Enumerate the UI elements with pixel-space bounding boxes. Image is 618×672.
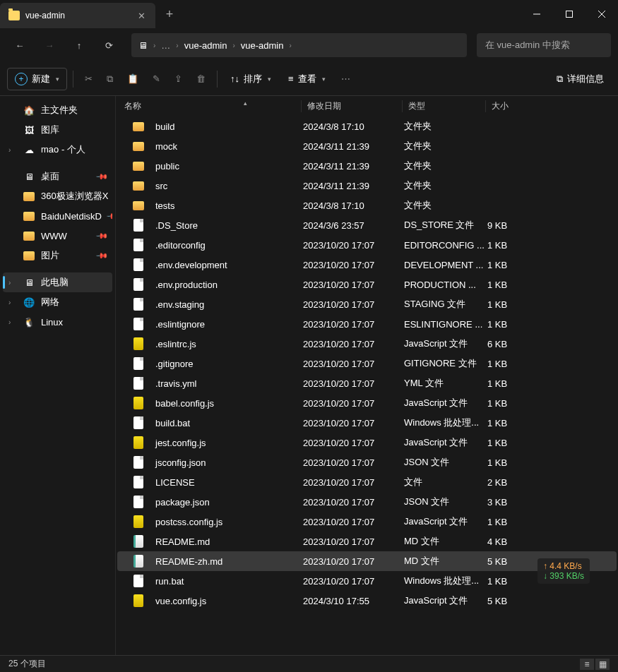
column-headers: 名称 ▴ 修改日期 类型 大小 — [116, 96, 618, 116]
file-row[interactable]: postcss.config.js 2023/10/20 17:07 JavaS… — [117, 512, 617, 532]
back-button[interactable]: ← — [7, 34, 32, 56]
view-button[interactable]: ≡ 查看 ▾ — [281, 68, 333, 90]
file-row[interactable]: run.bat 2023/10/20 17:07 Windows 批处理... … — [117, 571, 617, 591]
file-row[interactable]: .env.production 2023/10/20 17:07 PRODUCT… — [117, 275, 617, 294]
search-input[interactable]: 在 vue-admin 中搜索 — [477, 33, 611, 57]
sidebar-pinned-item[interactable]: 360极速浏览器X 📌 — [3, 186, 112, 206]
file-size: 2 KB — [487, 477, 544, 488]
gallery-icon: 🖼 — [23, 124, 35, 136]
maximize-button[interactable] — [553, 0, 586, 28]
file-name: README.md — [155, 536, 210, 547]
forward-button[interactable]: → — [37, 34, 62, 56]
file-name: vue.config.js — [155, 596, 206, 606]
file-row[interactable]: .editorconfig 2023/10/20 17:07 EDITORCON… — [117, 235, 617, 255]
breadcrumb-segment[interactable]: vue-admin — [184, 40, 227, 51]
file-row[interactable]: .gitignore 2023/10/20 17:07 GITIGNORE 文件… — [117, 354, 617, 373]
breadcrumb-segment[interactable]: vue-admin — [241, 40, 284, 51]
share-button[interactable]: ⇪ — [169, 69, 188, 88]
tab-title: vue-admin — [25, 11, 130, 20]
file-row[interactable]: jsconfig.json 2023/10/20 17:07 JSON 文件 1… — [117, 452, 617, 472]
file-name: package.json — [155, 497, 210, 508]
file-row[interactable]: .eslintignore 2023/10/20 17:07 ESLINTIGN… — [117, 314, 617, 334]
file-size: 3 KB — [487, 497, 544, 508]
sidebar: 🏠 主文件夹 🖼 图库 › ☁ mao - 个人 🖥 桌面 📌 360极速浏览器… — [0, 96, 116, 655]
file-type: JavaScript 文件 — [404, 594, 487, 607]
column-type[interactable]: 类型 — [403, 100, 486, 112]
file-row[interactable]: build 2024/3/8 17:10 文件夹 — [117, 116, 617, 136]
file-list[interactable]: 名称 ▴ 修改日期 类型 大小 build 2024/3/8 17:10 文件夹… — [116, 96, 618, 655]
file-name: .editorconfig — [155, 240, 206, 251]
file-row[interactable]: .eslintrc.js 2023/10/20 17:07 JavaScript… — [117, 334, 617, 354]
refresh-button[interactable]: ⟳ — [96, 34, 121, 56]
chevron-right-icon[interactable]: › — [8, 299, 17, 306]
rename-button[interactable]: ✎ — [147, 69, 166, 88]
details-button[interactable]: ⧉ 详细信息 — [549, 68, 611, 90]
file-row[interactable]: src 2024/3/11 21:39 文件夹 — [117, 176, 617, 196]
sidebar-system-item[interactable]: › 🌐 网络 — [3, 292, 112, 312]
new-tab-button[interactable]: + — [155, 0, 184, 28]
divider — [73, 71, 73, 88]
chevron-right-icon[interactable]: › — [8, 146, 17, 154]
column-size[interactable]: 大小 — [486, 100, 542, 112]
list-view-toggle[interactable]: ≡ — [580, 659, 594, 670]
sidebar-pinned-item[interactable]: 🖥 桌面 📌 — [3, 167, 112, 186]
file-row[interactable]: .env.staging 2023/10/20 17:07 STAGING 文件… — [117, 294, 617, 314]
chevron-right-icon: › — [153, 42, 155, 49]
chevron-right-icon[interactable]: › — [8, 279, 17, 287]
file-row[interactable]: README.md 2023/10/20 17:07 MD 文件 4 KB — [117, 532, 617, 551]
sidebar-pinned-item[interactable]: BaiduNetdiskD 📌 — [3, 206, 112, 226]
file-row[interactable]: build.bat 2023/10/20 17:07 Windows 批处理..… — [117, 413, 617, 433]
file-row[interactable]: LICENSE 2023/10/20 17:07 文件 2 KB — [117, 472, 617, 492]
sort-button[interactable]: ↑↓ 排序 ▾ — [223, 68, 278, 90]
pc-icon: 🖥 — [23, 276, 35, 289]
close-tab-button[interactable]: ✕ — [136, 11, 147, 21]
sidebar-personal[interactable]: › ☁ mao - 个人 — [3, 140, 112, 160]
file-type: 文件夹 — [404, 120, 487, 133]
file-name: .eslintrc.js — [155, 339, 196, 349]
paste-button[interactable]: 📋 — [121, 69, 144, 88]
file-row[interactable]: mock 2024/3/11 21:39 文件夹 — [117, 136, 617, 156]
file-row[interactable]: jest.config.js 2023/10/20 17:07 JavaScri… — [117, 433, 617, 452]
more-button[interactable]: ⋯ — [335, 69, 356, 88]
address-bar[interactable]: 🖥 › … › vue-admin › vue-admin › — [131, 33, 467, 57]
chevron-right-icon[interactable]: › — [8, 318, 17, 326]
file-row[interactable]: .DS_Store 2024/3/6 23:57 DS_STORE 文件 9 K… — [117, 215, 617, 235]
copy-button[interactable]: ⧉ — [101, 69, 119, 89]
file-type: JSON 文件 — [404, 456, 487, 469]
file-row[interactable]: package.json 2023/10/20 17:07 JSON 文件 3 … — [117, 492, 617, 512]
minimize-button[interactable] — [521, 0, 553, 28]
cut-button[interactable]: ✂ — [79, 69, 98, 88]
sidebar-pinned-item[interactable]: 图片 📌 — [3, 246, 112, 265]
file-size: 1 KB — [487, 438, 544, 448]
more-icon[interactable]: … — [161, 40, 170, 51]
file-type: JavaScript 文件 — [404, 436, 487, 449]
column-name[interactable]: 名称 ▴ — [119, 100, 302, 112]
file-row[interactable]: babel.config.js 2023/10/20 17:07 JavaScr… — [117, 393, 617, 413]
file-row[interactable]: vue.config.js 2024/3/10 17:55 JavaScript… — [117, 591, 617, 611]
file-row[interactable]: README-zh.md 2023/10/20 17:07 MD 文件 5 KB — [117, 551, 617, 571]
file-type: DEVELOPMENT ... — [404, 260, 487, 270]
file-row[interactable]: public 2024/3/11 21:39 文件夹 — [117, 156, 617, 176]
sidebar-gallery[interactable]: 🖼 图库 — [3, 120, 112, 140]
file-date: 2024/3/6 23:57 — [303, 220, 404, 231]
file-name: run.bat — [155, 576, 184, 587]
tab-vue-admin[interactable]: vue-admin ✕ — [0, 3, 155, 28]
file-date: 2023/10/20 17:07 — [303, 319, 404, 330]
file-row[interactable]: .travis.yml 2023/10/20 17:07 YML 文件 1 KB — [117, 373, 617, 393]
sidebar-home[interactable]: 🏠 主文件夹 — [3, 100, 112, 120]
file-name: postcss.config.js — [155, 517, 222, 527]
sidebar-pinned-item[interactable]: WWW 📌 — [3, 226, 112, 246]
file-name: mock — [155, 141, 177, 152]
sidebar-item-label: 桌面 — [41, 170, 59, 183]
sidebar-system-item[interactable]: › 🐧 Linux — [3, 312, 112, 332]
new-button[interactable]: + 新建 ▾ — [7, 68, 67, 90]
file-row[interactable]: tests 2024/3/8 17:10 文件夹 — [117, 196, 617, 215]
grid-view-toggle[interactable]: ▦ — [595, 659, 610, 670]
close-window-button[interactable] — [586, 0, 618, 28]
file-row[interactable]: .env.development 2023/10/20 17:07 DEVELO… — [117, 255, 617, 275]
up-button[interactable]: ↑ — [66, 34, 92, 56]
file-date: 2023/10/20 17:07 — [303, 260, 404, 270]
delete-button[interactable]: 🗑 — [191, 69, 211, 88]
column-date[interactable]: 修改日期 — [302, 100, 403, 112]
sidebar-system-item[interactable]: › 🖥 此电脑 — [3, 272, 112, 292]
